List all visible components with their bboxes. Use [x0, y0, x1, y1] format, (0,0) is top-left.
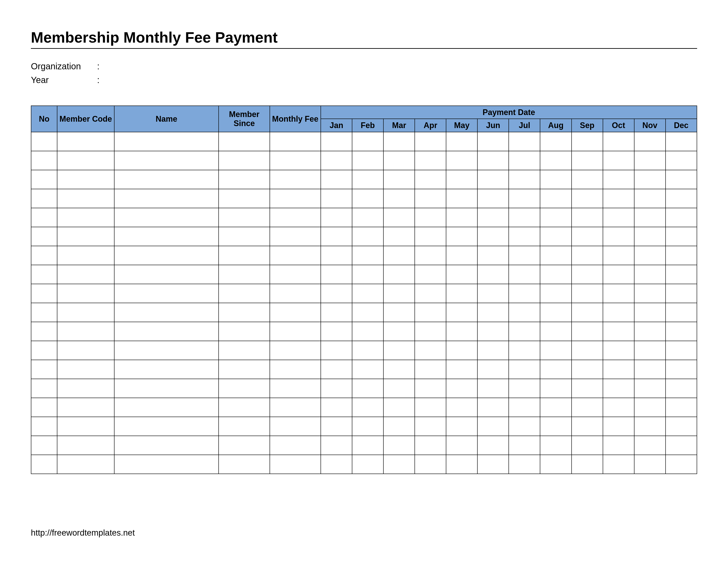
cell — [114, 132, 219, 151]
cell — [57, 132, 114, 151]
cell — [219, 284, 270, 303]
cell — [509, 303, 540, 322]
cell — [509, 227, 540, 246]
cell — [477, 208, 509, 227]
cell — [540, 132, 571, 151]
cell — [477, 170, 509, 189]
col-name: Name — [114, 106, 219, 132]
cell — [270, 227, 321, 246]
cell — [352, 227, 383, 246]
cell — [446, 417, 477, 436]
cell — [446, 398, 477, 417]
cell — [219, 322, 270, 341]
cell — [270, 436, 321, 455]
cell — [415, 360, 446, 379]
table-row — [31, 284, 697, 303]
col-no: No — [31, 106, 57, 132]
cell — [603, 303, 634, 322]
cell — [114, 227, 219, 246]
cell — [446, 455, 477, 474]
cell — [634, 265, 666, 284]
colon: : — [97, 73, 104, 87]
cell — [634, 227, 666, 246]
cell — [477, 189, 509, 208]
cell — [352, 360, 383, 379]
cell — [270, 265, 321, 284]
cell — [666, 379, 697, 398]
cell — [114, 151, 219, 170]
cell — [352, 170, 383, 189]
payment-table: No Member Code Name Member Since Monthly… — [31, 105, 697, 474]
cell — [603, 284, 634, 303]
cell — [321, 341, 352, 360]
cell — [634, 303, 666, 322]
document-page: Membership Monthly Fee Payment Organizat… — [0, 0, 728, 563]
cell — [31, 379, 57, 398]
cell — [509, 246, 540, 265]
table-row — [31, 341, 697, 360]
cell — [321, 322, 352, 341]
cell — [415, 227, 446, 246]
table-row — [31, 417, 697, 436]
table-row — [31, 246, 697, 265]
col-month-may: May — [446, 119, 477, 132]
cell — [603, 132, 634, 151]
cell — [57, 398, 114, 417]
cell — [603, 398, 634, 417]
meta-row-year: Year : — [31, 73, 697, 87]
cell — [352, 208, 383, 227]
cell — [634, 284, 666, 303]
cell — [415, 284, 446, 303]
cell — [477, 322, 509, 341]
cell — [31, 417, 57, 436]
col-month-nov: Nov — [634, 119, 666, 132]
cell — [219, 208, 270, 227]
year-label: Year — [31, 73, 97, 87]
cell — [321, 170, 352, 189]
cell — [603, 227, 634, 246]
cell — [634, 398, 666, 417]
cell — [270, 398, 321, 417]
cell — [415, 208, 446, 227]
cell — [540, 284, 571, 303]
meta-block: Organization : Year : — [31, 59, 697, 87]
cell — [321, 360, 352, 379]
cell — [666, 227, 697, 246]
cell — [219, 189, 270, 208]
cell — [321, 189, 352, 208]
cell — [270, 322, 321, 341]
cell — [572, 398, 603, 417]
cell — [477, 246, 509, 265]
cell — [352, 132, 383, 151]
cell — [572, 417, 603, 436]
cell — [114, 322, 219, 341]
cell — [572, 189, 603, 208]
cell — [270, 246, 321, 265]
cell — [415, 170, 446, 189]
cell — [540, 417, 571, 436]
col-month-feb: Feb — [352, 119, 383, 132]
table-row — [31, 132, 697, 151]
cell — [57, 151, 114, 170]
cell — [114, 189, 219, 208]
cell — [383, 246, 415, 265]
cell — [114, 265, 219, 284]
cell — [31, 284, 57, 303]
cell — [31, 189, 57, 208]
cell — [352, 284, 383, 303]
cell — [572, 246, 603, 265]
cell — [383, 303, 415, 322]
cell — [57, 284, 114, 303]
cell — [634, 170, 666, 189]
cell — [446, 265, 477, 284]
cell — [114, 284, 219, 303]
cell — [634, 417, 666, 436]
cell — [31, 455, 57, 474]
cell — [57, 417, 114, 436]
cell — [572, 265, 603, 284]
table-row — [31, 455, 697, 474]
cell — [31, 322, 57, 341]
table-row — [31, 360, 697, 379]
table-row — [31, 151, 697, 170]
cell — [446, 151, 477, 170]
